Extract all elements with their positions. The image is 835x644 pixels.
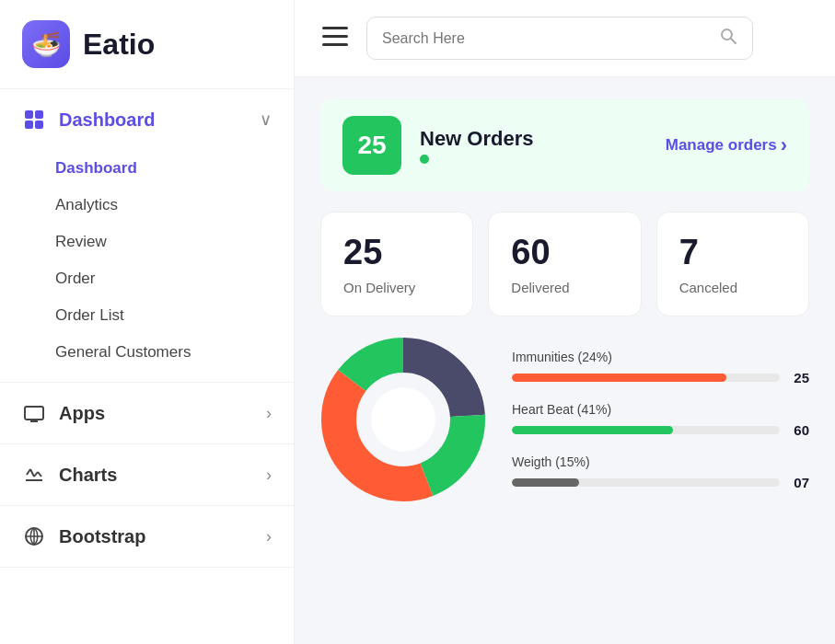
stats-row: 25 On Delivery 60 Delivered 7 Canceled — [320, 212, 809, 316]
legend-label-weight: Weigth (15%) — [512, 454, 809, 469]
nav-section-header-bootstrap[interactable]: Bootstrap › — [0, 506, 294, 567]
svg-line-8 — [30, 469, 34, 477]
nav-sub-item-general-customers[interactable]: General Customers — [55, 334, 272, 371]
nav-section-charts: Charts › — [0, 444, 294, 506]
svg-rect-15 — [322, 27, 348, 29]
legend-item-weight: Weigth (15%) 07 — [512, 454, 809, 490]
dashboard-icon — [22, 108, 46, 132]
sidebar-logo: 🍜 Eatio — [0, 0, 294, 89]
stat-label-delivered: Delivered — [511, 280, 618, 295]
chart-section: Immunities (24%) 25 Heart Beat (41%) — [320, 337, 809, 502]
bar-track-immunities — [512, 374, 780, 382]
orders-status-dot — [420, 155, 429, 164]
nav-sub-item-analytics[interactable]: Analytics — [55, 187, 272, 224]
stat-number-delivered: 60 — [511, 233, 618, 272]
bar-fill-heartbeat — [512, 426, 673, 434]
dashboard-section-label: Dashboard — [59, 109, 155, 131]
bootstrap-chevron: › — [266, 527, 272, 546]
logo-text: Eatio — [83, 28, 155, 62]
logo-icon: 🍜 — [22, 20, 70, 68]
stat-number-canceled: 7 — [679, 233, 786, 272]
nav-sub-item-order[interactable]: Order — [55, 260, 272, 297]
svg-rect-17 — [322, 43, 348, 46]
svg-rect-16 — [322, 35, 348, 38]
charts-section-label: Charts — [59, 465, 117, 486]
bootstrap-section-label: Bootstrap — [59, 526, 145, 547]
manage-orders-label: Manage orders — [666, 136, 777, 155]
new-orders-banner: 25 New Orders Manage orders › — [320, 99, 809, 191]
stat-label-canceled: Canceled — [679, 280, 786, 295]
nav-section-header-apps[interactable]: Apps › — [0, 383, 294, 443]
orders-info: New Orders — [420, 127, 534, 164]
dashboard-sub-items: Dashboard Analytics Review Order Order L… — [0, 150, 294, 382]
charts-icon — [22, 463, 46, 487]
legend-label-heartbeat: Heart Beat (41%) — [512, 402, 809, 417]
apps-icon — [22, 401, 46, 425]
main-area: 25 New Orders Manage orders › 25 On Deli… — [295, 0, 835, 644]
logo-emoji: 🍜 — [31, 30, 61, 59]
bar-value-weight: 07 — [789, 475, 809, 490]
donut-hole — [371, 387, 435, 452]
svg-rect-0 — [25, 110, 33, 119]
bar-value-immunities: 25 — [789, 370, 809, 385]
orders-title: New Orders — [420, 127, 534, 151]
svg-line-10 — [38, 472, 41, 477]
nav-section-header-dashboard[interactable]: Dashboard ∨ — [0, 89, 294, 150]
nav-section-header-charts[interactable]: Charts › — [0, 444, 294, 505]
search-box — [366, 17, 753, 60]
legend-item-heartbeat: Heart Beat (41%) 60 — [512, 402, 809, 438]
bar-track-heartbeat — [512, 426, 780, 434]
legend-label-immunities: Immunities (24%) — [512, 350, 809, 364]
orders-count-badge: 25 — [342, 116, 401, 175]
topbar — [295, 0, 835, 77]
search-icon — [719, 27, 737, 50]
apps-chevron: › — [266, 404, 272, 423]
svg-rect-4 — [25, 407, 43, 420]
nav-section-bootstrap: Bootstrap › — [0, 506, 294, 568]
nav-sub-item-dashboard[interactable]: Dashboard — [55, 150, 272, 187]
stat-card-delivered: 60 Delivered — [488, 212, 641, 316]
stat-label-on-delivery: On Delivery — [343, 280, 450, 295]
nav-sub-item-order-list[interactable]: Order List — [55, 297, 272, 334]
sidebar: 🍜 Eatio Dashboard ∨ Dashboard Ana — [0, 0, 295, 644]
legend-item-immunities: Immunities (24%) 25 — [512, 350, 809, 385]
stat-card-on-delivery: 25 On Delivery — [320, 212, 473, 316]
dashboard-chevron: ∨ — [260, 109, 272, 130]
search-input[interactable] — [382, 30, 719, 47]
bar-track-weight — [512, 478, 780, 487]
svg-line-19 — [731, 39, 736, 43]
content-area: 25 New Orders Manage orders › 25 On Deli… — [295, 77, 835, 524]
bar-fill-immunities — [512, 374, 726, 382]
nav-section-dashboard: Dashboard ∨ Dashboard Analytics Review O… — [0, 89, 294, 383]
stat-number-on-delivery: 25 — [343, 233, 450, 272]
hamburger-menu[interactable] — [322, 27, 348, 51]
svg-rect-2 — [25, 121, 33, 129]
bar-value-heartbeat: 60 — [789, 422, 809, 438]
svg-rect-1 — [35, 110, 43, 119]
manage-orders-link[interactable]: Manage orders › — [666, 133, 787, 157]
svg-rect-3 — [35, 121, 43, 129]
manage-orders-arrow: › — [781, 133, 787, 157]
apps-section-label: Apps — [59, 403, 105, 424]
charts-chevron: › — [266, 466, 272, 485]
nav-sub-item-review[interactable]: Review — [55, 224, 272, 260]
donut-chart — [320, 337, 486, 502]
nav-section-apps: Apps › — [0, 383, 294, 444]
stat-card-canceled: 7 Canceled — [656, 212, 809, 316]
legend-bars: Immunities (24%) 25 Heart Beat (41%) — [512, 350, 809, 490]
bootstrap-icon — [22, 524, 46, 548]
bar-fill-weight — [512, 478, 579, 487]
